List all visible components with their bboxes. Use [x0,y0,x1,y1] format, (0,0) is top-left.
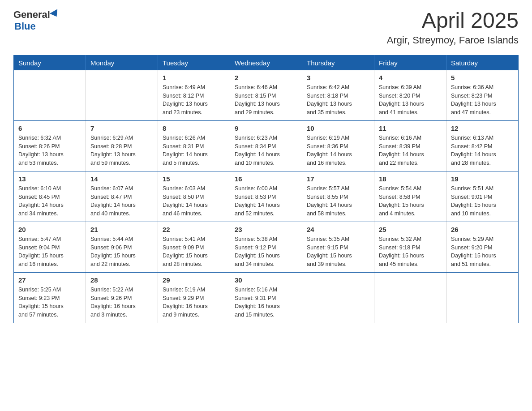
day-number: 29 [163,276,225,284]
day-info: Sunrise: 5:41 AMSunset: 9:09 PMDaylight:… [163,235,225,269]
calendar-cell: 24Sunrise: 5:35 AMSunset: 9:15 PMDayligh… [302,222,374,272]
weekday-header-sunday: Sunday [14,55,86,70]
day-number: 5 [451,74,514,81]
logo-arrow-icon [50,9,60,19]
header-row: SundayMondayTuesdayWednesdayThursdayFrid… [14,55,519,70]
calendar-cell: 1Sunrise: 6:49 AMSunset: 8:12 PMDaylight… [158,70,230,121]
day-number: 28 [90,276,153,284]
calendar-cell [446,272,519,323]
calendar-cell [86,70,158,121]
calendar-cell: 4Sunrise: 6:39 AMSunset: 8:20 PMDaylight… [374,70,446,121]
day-info: Sunrise: 5:47 AMSunset: 9:04 PMDaylight:… [18,235,81,269]
day-number: 2 [235,74,297,81]
day-number: 4 [379,74,442,81]
day-info: Sunrise: 5:32 AMSunset: 9:18 PMDaylight:… [379,235,442,269]
calendar-cell: 21Sunrise: 5:44 AMSunset: 9:06 PMDayligh… [86,222,158,272]
calendar-cell [374,272,446,323]
calendar-cell: 27Sunrise: 5:25 AMSunset: 9:23 PMDayligh… [14,272,86,323]
calendar-week-row: 1Sunrise: 6:49 AMSunset: 8:12 PMDaylight… [14,70,519,121]
calendar-cell [14,70,86,121]
day-info: Sunrise: 6:26 AMSunset: 8:31 PMDaylight:… [163,134,225,167]
day-info: Sunrise: 5:35 AMSunset: 9:15 PMDaylight:… [307,235,369,269]
day-info: Sunrise: 6:23 AMSunset: 8:34 PMDaylight:… [235,134,297,167]
day-number: 1 [163,74,225,81]
weekday-header-monday: Monday [86,55,158,70]
calendar-cell: 25Sunrise: 5:32 AMSunset: 9:18 PMDayligh… [374,222,446,272]
calendar-cell: 28Sunrise: 5:22 AMSunset: 9:26 PMDayligh… [86,272,158,323]
day-number: 7 [90,124,153,132]
calendar-cell: 14Sunrise: 6:07 AMSunset: 8:47 PMDayligh… [86,171,158,222]
calendar-week-row: 20Sunrise: 5:47 AMSunset: 9:04 PMDayligh… [14,222,519,272]
day-info: Sunrise: 6:29 AMSunset: 8:28 PMDaylight:… [90,134,153,167]
day-number: 11 [379,124,442,132]
day-info: Sunrise: 6:46 AMSunset: 8:15 PMDaylight:… [235,83,297,117]
day-number: 23 [235,226,297,233]
day-number: 14 [90,175,153,183]
day-number: 27 [18,276,81,284]
calendar-cell: 10Sunrise: 6:19 AMSunset: 8:36 PMDayligh… [302,120,374,171]
calendar-cell: 30Sunrise: 5:16 AMSunset: 9:31 PMDayligh… [230,272,302,323]
day-info: Sunrise: 6:39 AMSunset: 8:20 PMDaylight:… [379,83,442,117]
calendar-cell: 6Sunrise: 6:32 AMSunset: 8:26 PMDaylight… [14,120,86,171]
day-number: 12 [451,124,514,132]
day-info: Sunrise: 6:00 AMSunset: 8:53 PMDaylight:… [235,184,297,218]
day-number: 22 [163,226,225,233]
day-info: Sunrise: 5:19 AMSunset: 9:29 PMDaylight:… [163,286,225,319]
day-number: 15 [163,175,225,183]
day-number: 10 [307,124,369,132]
day-number: 30 [235,276,297,284]
page-title: April 2025 [387,9,519,33]
weekday-header-tuesday: Tuesday [158,55,230,70]
day-number: 25 [379,226,442,233]
calendar-week-row: 6Sunrise: 6:32 AMSunset: 8:26 PMDaylight… [14,120,519,171]
calendar-cell: 7Sunrise: 6:29 AMSunset: 8:28 PMDaylight… [86,120,158,171]
day-info: Sunrise: 5:51 AMSunset: 9:01 PMDaylight:… [451,184,514,218]
calendar-cell: 19Sunrise: 5:51 AMSunset: 9:01 PMDayligh… [446,171,519,222]
weekday-header-friday: Friday [374,55,446,70]
calendar-cell: 29Sunrise: 5:19 AMSunset: 9:29 PMDayligh… [158,272,230,323]
day-info: Sunrise: 6:10 AMSunset: 8:45 PMDaylight:… [18,184,81,218]
day-info: Sunrise: 5:29 AMSunset: 9:20 PMDaylight:… [451,235,514,269]
calendar-cell: 5Sunrise: 6:36 AMSunset: 8:23 PMDaylight… [446,70,519,121]
day-number: 3 [307,74,369,81]
calendar-cell: 8Sunrise: 6:26 AMSunset: 8:31 PMDaylight… [158,120,230,171]
weekday-header-wednesday: Wednesday [230,55,302,70]
day-info: Sunrise: 6:07 AMSunset: 8:47 PMDaylight:… [90,184,153,218]
day-info: Sunrise: 5:44 AMSunset: 9:06 PMDaylight:… [90,235,153,269]
day-info: Sunrise: 6:19 AMSunset: 8:36 PMDaylight:… [307,134,369,167]
day-number: 18 [379,175,442,183]
weekday-header-thursday: Thursday [302,55,374,70]
calendar-cell: 9Sunrise: 6:23 AMSunset: 8:34 PMDaylight… [230,120,302,171]
day-info: Sunrise: 5:57 AMSunset: 8:55 PMDaylight:… [307,184,369,218]
day-info: Sunrise: 6:13 AMSunset: 8:42 PMDaylight:… [451,134,514,167]
calendar-cell: 23Sunrise: 5:38 AMSunset: 9:12 PMDayligh… [230,222,302,272]
day-number: 9 [235,124,297,132]
page-subtitle: Argir, Streymoy, Faroe Islands [387,34,519,46]
calendar-table: SundayMondayTuesdayWednesdayThursdayFrid… [13,55,519,323]
calendar-cell: 17Sunrise: 5:57 AMSunset: 8:55 PMDayligh… [302,171,374,222]
calendar-body: 1Sunrise: 6:49 AMSunset: 8:12 PMDaylight… [14,70,519,323]
day-number: 19 [451,175,514,183]
day-number: 8 [163,124,225,132]
calendar-cell [302,272,374,323]
day-info: Sunrise: 5:38 AMSunset: 9:12 PMDaylight:… [235,235,297,269]
calendar-cell: 26Sunrise: 5:29 AMSunset: 9:20 PMDayligh… [446,222,519,272]
day-number: 26 [451,226,514,233]
day-info: Sunrise: 6:42 AMSunset: 8:18 PMDaylight:… [307,83,369,117]
calendar-cell: 18Sunrise: 5:54 AMSunset: 8:58 PMDayligh… [374,171,446,222]
calendar-cell: 13Sunrise: 6:10 AMSunset: 8:45 PMDayligh… [14,171,86,222]
title-block: April 2025 Argir, Streymoy, Faroe Island… [387,9,519,46]
day-info: Sunrise: 6:36 AMSunset: 8:23 PMDaylight:… [451,83,514,117]
day-info: Sunrise: 6:16 AMSunset: 8:39 PMDaylight:… [379,134,442,167]
calendar-cell: 2Sunrise: 6:46 AMSunset: 8:15 PMDaylight… [230,70,302,121]
calendar-cell: 22Sunrise: 5:41 AMSunset: 9:09 PMDayligh… [158,222,230,272]
calendar-cell: 12Sunrise: 6:13 AMSunset: 8:42 PMDayligh… [446,120,519,171]
day-info: Sunrise: 5:54 AMSunset: 8:58 PMDaylight:… [379,184,442,218]
day-info: Sunrise: 5:25 AMSunset: 9:23 PMDaylight:… [18,286,81,319]
page-header: General Blue April 2025 Argir, Streymoy,… [13,9,519,46]
calendar-cell: 3Sunrise: 6:42 AMSunset: 8:18 PMDaylight… [302,70,374,121]
logo-general-text: General [13,9,50,21]
calendar-cell: 16Sunrise: 6:00 AMSunset: 8:53 PMDayligh… [230,171,302,222]
day-number: 16 [235,175,297,183]
calendar-cell: 11Sunrise: 6:16 AMSunset: 8:39 PMDayligh… [374,120,446,171]
